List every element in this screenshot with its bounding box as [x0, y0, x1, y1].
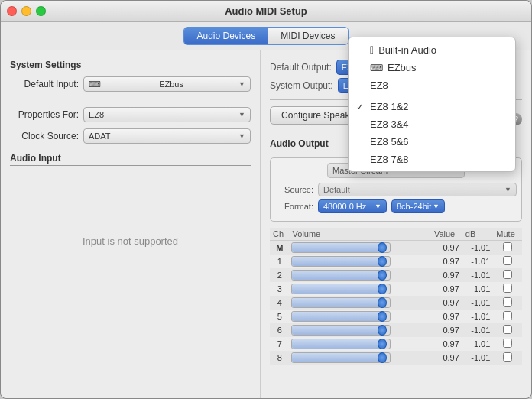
slider-cell[interactable]: [290, 255, 423, 268]
slider-thumb[interactable]: [378, 297, 387, 308]
value-cell: 0.97: [431, 310, 462, 323]
slider-fill: [292, 271, 382, 280]
empty-cell: [422, 351, 431, 365]
dropdown-item-ez8[interactable]: EZ8: [349, 76, 515, 94]
default-input-select[interactable]: ⌨ EZbus ▼: [83, 76, 251, 92]
dropdown-label-ez8-56: EZ8 5&6: [370, 136, 409, 148]
dropdown-item-ez8-34[interactable]: EZ8 3&4: [349, 115, 515, 133]
main-content: System Settings Default Input: ⌨ EZbus ▼…: [1, 50, 531, 398]
ch-cell: M: [270, 241, 290, 255]
mute-checkbox[interactable]: [503, 256, 512, 265]
volume-slider[interactable]: [291, 270, 391, 281]
maximize-button[interactable]: [36, 6, 46, 16]
audio-input-label: Audio Input: [10, 153, 251, 166]
properties-for-value: EZ8: [89, 110, 104, 119]
volume-slider[interactable]: [291, 352, 391, 363]
mute-checkbox[interactable]: [503, 311, 512, 320]
window-title: Audio MIDI Setup: [225, 5, 307, 17]
dropdown-item-ez8-56[interactable]: EZ8 5&6: [349, 133, 515, 151]
dropdown-label-builtin: Built-in Audio: [378, 50, 436, 56]
clock-source-select[interactable]: ADAT ▼: [83, 128, 251, 144]
check-icon: ✓: [356, 102, 364, 112]
slider-thumb[interactable]: [378, 256, 387, 267]
mute-checkbox[interactable]: [503, 297, 512, 307]
volume-slider[interactable]: [291, 325, 391, 336]
slider-thumb[interactable]: [378, 311, 387, 322]
db-cell: -1.01: [462, 310, 494, 323]
slider-thumb[interactable]: [378, 284, 387, 294]
mute-checkbox[interactable]: [503, 284, 512, 293]
tab-audio-devices[interactable]: Audio Devices: [184, 28, 268, 44]
value-cell: 0.97: [431, 337, 462, 351]
slider-fill: [292, 312, 382, 321]
slider-cell[interactable]: [290, 268, 423, 282]
slider-thumb[interactable]: [378, 270, 387, 281]
properties-for-label: Properties For:: [10, 109, 79, 120]
table-row: 3 0.97 -1.01: [270, 282, 522, 296]
db-cell: -1.01: [462, 323, 494, 337]
table-row: 5 0.97 -1.01: [270, 310, 522, 323]
col-header-ch: Ch: [270, 228, 290, 241]
format-row: Format: 48000.0 Hz ▼ 8ch-24bit ▼: [275, 200, 517, 213]
slider-thumb[interactable]: [378, 325, 387, 336]
ch-cell: 1: [270, 255, 290, 268]
value-cell: 0.97: [431, 268, 462, 282]
usb-icon-2: ⌨: [370, 63, 383, 73]
mute-checkbox[interactable]: [503, 325, 512, 334]
mute-checkbox[interactable]: [503, 339, 512, 348]
close-button[interactable]: [7, 6, 17, 16]
volume-slider[interactable]: [291, 339, 391, 349]
slider-cell[interactable]: [290, 323, 423, 337]
empty-cell: [422, 296, 431, 310]
volume-slider[interactable]: [291, 297, 391, 308]
right-panel: Default Output: EZ8 1&2 ▼ System Output:…: [261, 50, 531, 398]
source-select[interactable]: Default ▼: [318, 183, 517, 196]
source-row: Source: Default ▼: [275, 183, 517, 196]
mute-checkbox[interactable]: [503, 270, 512, 279]
db-cell: -1.01: [462, 296, 494, 310]
slider-thumb[interactable]: [378, 352, 387, 363]
table-row: M 0.97 -1.01: [270, 241, 522, 255]
dropdown-label-ezbus: EZbus: [388, 62, 417, 73]
volume-slider[interactable]: [291, 242, 391, 253]
slider-cell[interactable]: [290, 241, 423, 255]
volume-slider[interactable]: [291, 256, 391, 267]
slider-cell[interactable]: [290, 282, 423, 296]
source-value: Default: [323, 185, 350, 194]
default-input-label: Default Input:: [10, 79, 79, 89]
format-hz-select[interactable]: 48000.0 Hz ▼: [318, 200, 387, 213]
col-header-mute: Mute: [493, 228, 522, 241]
slider-fill: [292, 339, 382, 349]
volume-slider[interactable]: [291, 311, 391, 322]
slider-thumb[interactable]: [378, 242, 387, 253]
slider-cell[interactable]: [290, 337, 423, 351]
channel-table: Ch Volume Value dB Mute M 0.97 -1.01: [270, 228, 522, 365]
dropdown-item-ez8-12[interactable]: ✓ EZ8 1&2: [349, 98, 515, 115]
table-row: 8 0.97 -1.01: [270, 351, 522, 365]
slider-fill: [292, 353, 382, 362]
db-cell: -1.01: [462, 241, 494, 255]
value-cell: 0.97: [431, 351, 462, 365]
ch-cell: 2: [270, 268, 290, 282]
minimize-button[interactable]: [21, 6, 31, 16]
properties-for-select[interactable]: EZ8 ▼: [83, 107, 251, 122]
value-cell: 0.97: [431, 282, 462, 296]
slider-thumb[interactable]: [378, 339, 387, 349]
tab-midi-devices[interactable]: MIDI Devices: [268, 28, 347, 44]
dropdown-item-builtin[interactable]:  Built-in Audio: [349, 50, 515, 59]
dropdown-item-ezbus[interactable]: ⌨ EZbus: [349, 59, 515, 76]
system-output-label: System Output:: [270, 80, 333, 91]
main-window: Audio MIDI Setup Audio Devices MIDI Devi…: [0, 0, 532, 399]
slider-fill: [292, 257, 382, 266]
format-bit-select[interactable]: 8ch-24bit ▼: [391, 200, 445, 213]
mute-checkbox[interactable]: [503, 352, 512, 362]
volume-slider[interactable]: [291, 284, 391, 294]
dropdown-divider: [349, 96, 515, 96]
traffic-lights: [7, 6, 46, 16]
slider-cell[interactable]: [290, 351, 423, 365]
slider-cell[interactable]: [290, 310, 423, 323]
slider-cell[interactable]: [290, 296, 423, 310]
mute-checkbox[interactable]: [503, 242, 512, 251]
empty-cell: [422, 337, 431, 351]
dropdown-item-ez8-78[interactable]: EZ8 7&8: [349, 151, 515, 168]
